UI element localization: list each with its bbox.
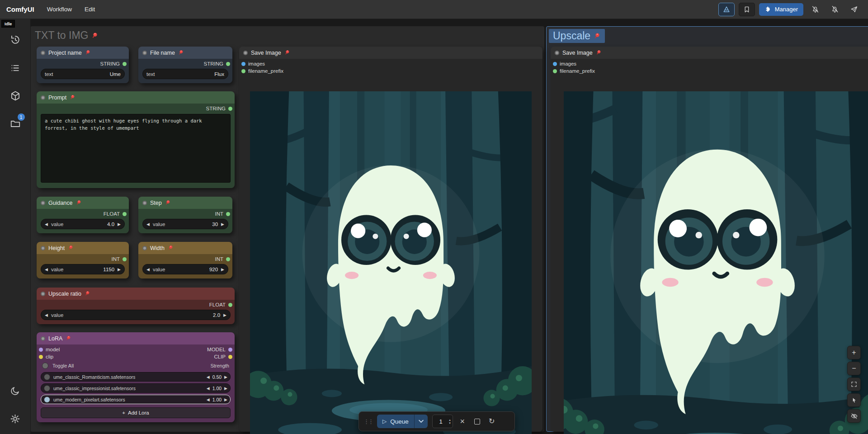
increment-icon[interactable]: ▶ bbox=[118, 222, 121, 226]
increment-icon[interactable]: ▶ bbox=[224, 386, 227, 391]
node-height[interactable]: Height INT ◀ value 1150 ▶ bbox=[37, 242, 129, 278]
lora-toggle[interactable] bbox=[44, 396, 50, 403]
increment-icon[interactable]: ▶ bbox=[221, 222, 224, 226]
sidebar-item-model-library[interactable] bbox=[6, 87, 24, 105]
decrement-icon[interactable]: ◀ bbox=[207, 397, 210, 402]
node-header[interactable]: Width bbox=[138, 242, 232, 254]
node-header[interactable]: Prompt bbox=[37, 91, 235, 104]
output-socket[interactable] bbox=[123, 257, 127, 261]
manager-button[interactable]: Manager bbox=[759, 3, 803, 16]
node-lora[interactable]: LoRA model MODEL clip CLIP Toggle All St… bbox=[37, 332, 235, 422]
node-file-name[interactable]: File name STRING text Flux bbox=[138, 47, 232, 83]
collapse-dot[interactable] bbox=[41, 95, 45, 100]
number-widget[interactable]: ◀ value 30 ▶ bbox=[142, 219, 228, 229]
output-socket[interactable] bbox=[123, 212, 127, 216]
input-socket-clip[interactable] bbox=[39, 355, 43, 359]
fit-view-button[interactable] bbox=[847, 377, 861, 391]
node-width[interactable]: Width INT ◀ value 920 ▶ bbox=[138, 242, 232, 278]
text-widget[interactable]: text Ume bbox=[41, 69, 125, 79]
zoom-out-button[interactable]: − bbox=[847, 362, 861, 375]
sidebar-item-queue-history[interactable] bbox=[6, 31, 24, 49]
output-socket[interactable] bbox=[123, 62, 127, 66]
output-socket[interactable] bbox=[226, 62, 230, 66]
collapse-dot[interactable] bbox=[243, 51, 248, 55]
collapse-dot[interactable] bbox=[41, 292, 45, 296]
collapse-dot[interactable] bbox=[555, 51, 559, 55]
output-socket[interactable] bbox=[228, 107, 232, 111]
queue-button[interactable]: ▷ Queue bbox=[377, 415, 414, 428]
output-socket[interactable] bbox=[228, 303, 232, 307]
node-save-image-right[interactable]: Save Image images filename_prefix bbox=[551, 47, 868, 432]
node-header[interactable]: Guidance bbox=[37, 197, 129, 209]
menu-workflow[interactable]: Workflow bbox=[47, 6, 72, 13]
increment-icon[interactable]: ▶ bbox=[224, 375, 227, 379]
collapse-dot[interactable] bbox=[142, 51, 147, 55]
decrement-icon[interactable]: ◀ bbox=[45, 267, 48, 272]
alerts-mute-button[interactable] bbox=[827, 3, 842, 16]
collapse-dot[interactable] bbox=[41, 246, 45, 250]
node-header[interactable]: LoRA bbox=[37, 332, 235, 344]
node-guidance[interactable]: Guidance FLOAT ◀ value 4.0 ▶ bbox=[37, 197, 129, 233]
toggle-visibility-button[interactable] bbox=[847, 409, 861, 423]
decrement-icon[interactable]: ◀ bbox=[146, 222, 150, 226]
node-header[interactable]: Save Image bbox=[239, 47, 542, 59]
node-header[interactable]: Upscale ratio bbox=[37, 288, 235, 300]
collapse-dot[interactable] bbox=[142, 201, 147, 205]
sidebar-item-node-library[interactable] bbox=[6, 59, 24, 77]
prompt-textarea[interactable]: a cute chibi ghost with huge eyes flying… bbox=[41, 114, 231, 183]
node-step[interactable]: Step INT ◀ value 30 ▶ bbox=[138, 197, 232, 233]
menu-edit[interactable]: Edit bbox=[85, 6, 95, 13]
toggle-all-radio[interactable] bbox=[42, 363, 48, 369]
lora-toggle[interactable] bbox=[44, 374, 50, 380]
share-button[interactable] bbox=[846, 3, 862, 16]
collapse-dot[interactable] bbox=[142, 246, 147, 250]
number-widget[interactable]: ◀ value 2.0 ▶ bbox=[41, 310, 231, 320]
add-lora-button[interactable]: + Add Lora bbox=[41, 407, 231, 418]
lora-row-selected[interactable]: ume_modern_pixelart.safetensors ◀ 1.00 ▶ bbox=[41, 395, 231, 404]
collapse-dot[interactable] bbox=[41, 51, 45, 55]
number-widget[interactable]: ◀ value 4.0 ▶ bbox=[41, 219, 125, 229]
node-project-name[interactable]: Project name STRING text Ume bbox=[37, 47, 129, 83]
decrement-icon[interactable]: ◀ bbox=[207, 375, 210, 379]
batch-count-value[interactable]: 1 bbox=[433, 418, 449, 425]
node-prompt[interactable]: Prompt STRING a cute chibi ghost with hu… bbox=[37, 91, 235, 188]
stop-button[interactable] bbox=[474, 419, 480, 425]
number-widget[interactable]: ◀ value 920 ▶ bbox=[142, 264, 228, 274]
input-socket-filename-prefix[interactable] bbox=[553, 69, 557, 73]
notifications-mute-button[interactable] bbox=[807, 3, 823, 16]
decrement-icon[interactable]: ◀ bbox=[45, 313, 48, 317]
theme-toggle-button[interactable] bbox=[6, 382, 24, 400]
decrement-icon[interactable]: ◀ bbox=[45, 222, 48, 226]
collapse-dot[interactable] bbox=[41, 201, 45, 205]
settings-button[interactable] bbox=[6, 410, 24, 428]
bookmark-button[interactable] bbox=[739, 3, 755, 16]
zoom-in-button[interactable]: + bbox=[847, 346, 861, 359]
output-socket[interactable] bbox=[226, 257, 230, 261]
input-socket-model[interactable] bbox=[39, 348, 43, 352]
node-header[interactable]: Height bbox=[37, 242, 129, 254]
decrement-icon[interactable]: ◀ bbox=[146, 267, 150, 272]
lora-row[interactable]: ume_classic_Romanticism.safetensors ◀ 0.… bbox=[41, 372, 231, 382]
increment-icon[interactable]: ▶ bbox=[223, 313, 226, 317]
batch-count-stepper[interactable]: 1 ▴ ▾ bbox=[432, 415, 453, 428]
drag-handle[interactable]: ⋮⋮ bbox=[363, 419, 373, 425]
input-socket-filename-prefix[interactable] bbox=[241, 69, 245, 73]
step-down-icon[interactable]: ▾ bbox=[449, 421, 451, 425]
increment-icon[interactable]: ▶ bbox=[118, 267, 121, 272]
increment-icon[interactable]: ▶ bbox=[224, 397, 227, 402]
node-header[interactable]: Save Image bbox=[551, 47, 868, 59]
node-save-image-left[interactable]: Save Image images filename_prefix bbox=[239, 47, 542, 432]
output-socket-model[interactable] bbox=[228, 348, 232, 352]
input-socket-images[interactable] bbox=[553, 62, 557, 66]
number-widget[interactable]: ◀ value 1150 ▶ bbox=[41, 264, 125, 274]
node-header[interactable]: File name bbox=[138, 47, 232, 59]
group-title-upscale[interactable]: Upscale bbox=[549, 29, 605, 43]
lora-toggle[interactable] bbox=[44, 385, 50, 392]
lora-row[interactable]: ume_classic_impressionist.safetensors ◀ … bbox=[41, 383, 231, 393]
cancel-run-button[interactable]: × bbox=[458, 417, 467, 425]
app-title[interactable]: ComfyUI bbox=[6, 5, 34, 13]
node-header[interactable]: Step bbox=[138, 197, 232, 209]
output-socket[interactable] bbox=[226, 212, 230, 216]
step-up-icon[interactable]: ▴ bbox=[449, 418, 451, 421]
group-title-txt-to-img[interactable]: TXT to IMG bbox=[30, 26, 103, 45]
